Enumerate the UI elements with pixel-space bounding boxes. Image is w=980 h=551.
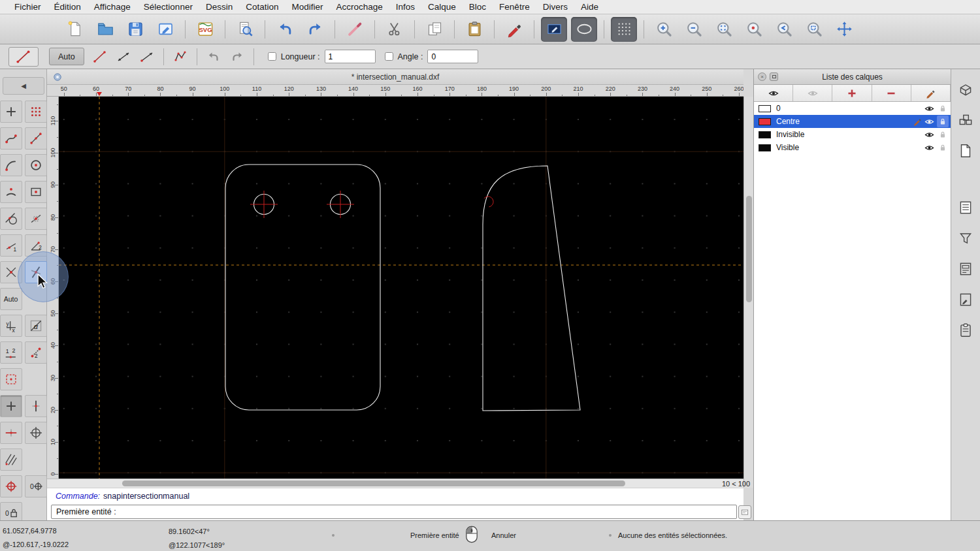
restrict-nothing[interactable] (0, 395, 22, 417)
zoom-original-button[interactable] (741, 17, 767, 42)
layer-visibility-icon[interactable] (923, 130, 936, 140)
dock-block-list-button[interactable] (955, 109, 977, 131)
undo-button[interactable] (272, 17, 298, 42)
zoom-window-button[interactable] (801, 17, 827, 42)
paste-button[interactable] (461, 17, 487, 42)
snap-circle-center[interactable] (25, 154, 47, 176)
remove-layer-button[interactable] (872, 85, 911, 101)
dock-layer-list-button[interactable] (955, 197, 977, 219)
snap-intersection-manual[interactable] (25, 261, 47, 283)
menu-aide[interactable]: Aide (574, 2, 605, 12)
menu-calque[interactable]: Calque (421, 2, 463, 12)
zoom-auto-button[interactable] (711, 17, 737, 42)
line-two-points-button[interactable] (88, 48, 112, 66)
snap-middle-manual[interactable] (25, 181, 47, 203)
add-layer-button[interactable] (832, 85, 872, 101)
layer-edit-pencil-icon[interactable] (911, 117, 923, 126)
layer-row-visible[interactable]: Visible (754, 141, 951, 154)
command-history-button[interactable] (738, 505, 751, 519)
layer-lock-icon[interactable] (937, 129, 949, 140)
toggle-construction-layers-button[interactable] (793, 85, 832, 101)
menu-edition[interactable]: Édition (48, 2, 88, 12)
delete-entities-button[interactable] (342, 17, 368, 42)
print-preview-button[interactable] (232, 17, 258, 42)
restrict-orthogonal[interactable] (25, 422, 47, 444)
command-input[interactable]: Première entité : (51, 505, 737, 519)
redo-button[interactable] (302, 17, 328, 42)
drawing-preferences-button[interactable] (152, 17, 178, 42)
snap-endpoint[interactable] (0, 127, 22, 150)
menu-infos[interactable]: Infos (389, 2, 421, 12)
current-tool-indicator[interactable] (8, 47, 39, 67)
layer-lock-icon[interactable] (937, 116, 949, 127)
line-angle-button[interactable] (112, 48, 135, 66)
copy-button[interactable] (421, 17, 448, 42)
auto-snap-dropdown[interactable]: Auto (49, 48, 84, 65)
menu-cotation[interactable]: Cotation (239, 2, 285, 12)
relative-coordinates-yx[interactable]: yx (0, 315, 22, 337)
restrict-vertical[interactable] (25, 395, 47, 417)
hatch-tool[interactable] (0, 449, 22, 471)
menu-affichage[interactable]: Affichage (88, 2, 137, 12)
zoom-previous-button[interactable] (771, 17, 797, 42)
angle-checkbox[interactable] (385, 52, 393, 61)
snap-grid[interactable] (25, 101, 47, 123)
snap-relative-zero[interactable]: 0 (25, 475, 47, 497)
panel-close-button[interactable]: × (758, 72, 766, 81)
layer-row-centre[interactable]: Centre (754, 115, 951, 128)
layer-visibility-icon[interactable] (923, 104, 936, 114)
snap-middle-ratio[interactable]: 12 (0, 341, 22, 364)
zoom-out-button[interactable] (681, 17, 707, 42)
toggle-all-layers-visibility-button[interactable] (754, 85, 793, 101)
export-svg-button[interactable]: SVG (192, 17, 218, 42)
length-checkbox[interactable] (268, 52, 276, 61)
menu-bloc[interactable]: Bloc (463, 2, 493, 12)
panel-float-button[interactable] (770, 72, 778, 81)
new-document-button[interactable] (62, 17, 88, 42)
length-input[interactable] (325, 50, 376, 63)
menu-modifier[interactable]: Modifier (285, 2, 329, 12)
snap-center[interactable] (0, 154, 22, 176)
draft-mode-button[interactable] (541, 17, 567, 42)
draw-pen-button[interactable] (501, 17, 527, 42)
dock-command-history-button[interactable] (955, 289, 977, 311)
layer-row-invisible[interactable]: Invisible (754, 128, 951, 141)
menu-divers[interactable]: Divers (536, 2, 574, 12)
snap-angle[interactable]: 2 (25, 234, 47, 257)
snap-free[interactable] (0, 101, 22, 123)
save-document-button[interactable] (122, 17, 148, 42)
snap-on-entity[interactable] (25, 127, 47, 150)
open-document-button[interactable] (92, 17, 118, 42)
select-window[interactable] (0, 368, 22, 390)
layer-lock-icon[interactable] (937, 142, 949, 153)
polyline-button[interactable] (169, 48, 192, 66)
line-horizontal-button[interactable] (135, 48, 159, 66)
layer-lock-icon[interactable] (937, 102, 949, 114)
layer-visibility-icon[interactable] (923, 117, 936, 127)
set-relative-zero[interactable] (0, 475, 22, 497)
snap-intersection[interactable] (0, 261, 22, 283)
menu-selectionner[interactable]: Sélectionner (137, 2, 199, 12)
dock-quick-info-button[interactable] (955, 258, 977, 280)
drawing-canvas[interactable] (59, 97, 743, 479)
menu-fichier[interactable]: Fichier (8, 2, 48, 12)
undo-segment-button[interactable] (202, 48, 225, 66)
restrict-horizontal[interactable] (0, 422, 22, 444)
snap-distance[interactable]: 1 (0, 234, 22, 257)
vertical-scrollbar[interactable] (743, 97, 753, 488)
zoom-in-button[interactable] (651, 17, 677, 42)
palette-collapse-button[interactable]: ◀ (3, 77, 44, 95)
redo-segment-button[interactable] (225, 48, 249, 66)
menu-dessin[interactable]: Dessin (199, 2, 239, 12)
cut-button[interactable] (382, 17, 408, 42)
zoom-pan-button[interactable] (831, 17, 857, 42)
dock-clipboard-button[interactable] (955, 319, 977, 341)
layer-visibility-icon[interactable] (923, 143, 936, 153)
horizontal-scrollbar-thumb[interactable] (122, 480, 625, 486)
vertical-scrollbar-thumb[interactable] (746, 196, 752, 302)
snap-entity-point[interactable] (25, 208, 47, 230)
ellipse-mode-button[interactable] (571, 17, 597, 42)
dock-new-sheet-button[interactable] (955, 140, 977, 162)
snap-auto[interactable]: Auto (0, 288, 22, 310)
dock-library-browser-button[interactable] (955, 78, 977, 101)
